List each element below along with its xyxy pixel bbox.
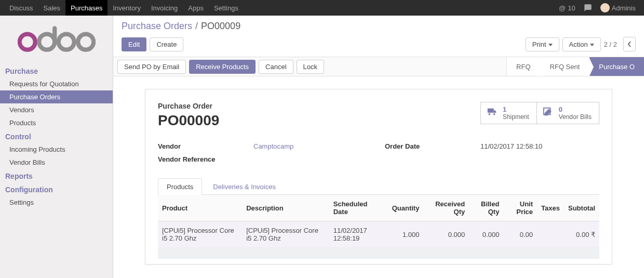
sidebar-section-reports: Reports (0, 169, 113, 182)
table-footer-spacer (158, 248, 599, 259)
top-navbar: DiscussSalesPurchasesInventoryInvoicingA… (0, 0, 644, 16)
send-po-by-email-button[interactable]: Send PO by Email (117, 60, 186, 74)
order-lines-table: ProductDescriptionScheduled DateQuantity… (158, 195, 599, 259)
sidebar-item-requests-for-quotation[interactable]: Requests for Quotation (0, 77, 113, 90)
cell-scheduled-date: 11/02/2017 12:58:19 (329, 221, 388, 248)
sidebar-item-incoming-products[interactable]: Incoming Products (0, 143, 113, 156)
sidebar-item-settings[interactable]: Settings (0, 196, 113, 209)
order-date-label: Order Date (385, 142, 468, 150)
nav-item-purchases[interactable]: Purchases (65, 0, 108, 16)
cell-received-qty: 0.000 (423, 221, 469, 248)
cell-quantity: 1.000 (388, 221, 424, 248)
edit-button[interactable]: Edit (122, 37, 146, 51)
col-header-taxes: Taxes (537, 195, 564, 221)
vendor-ref-label: Vendor Reference (158, 155, 241, 163)
messaging-indicator[interactable]: @ 10 (555, 4, 580, 12)
stat-label: Vendor Bills (559, 113, 592, 121)
sidebar: PurchaseRequests for QuotationPurchase O… (0, 16, 113, 278)
stat-shipment[interactable]: 1Shipment (480, 102, 536, 124)
chevron-left-icon (627, 41, 632, 47)
stat-vendor-bills[interactable]: 0Vendor Bills (536, 102, 599, 124)
cell-subtotal: 0.00 ₹ (564, 221, 599, 248)
sidebar-section-configuration: Configuration (0, 182, 113, 196)
nav-item-settings[interactable]: Settings (209, 0, 244, 16)
col-header-description: Description (242, 195, 329, 221)
col-header-billed-qty: Billed Qty (469, 195, 503, 221)
table-row[interactable]: [CPUi5] Processor Core i5 2.70 Ghz[CPUi5… (158, 221, 599, 248)
truck-icon (486, 107, 498, 120)
receive-products-button[interactable]: Receive Products (189, 60, 256, 74)
sidebar-section-control: Control (0, 129, 113, 143)
nav-item-discuss[interactable]: Discuss (4, 0, 38, 16)
col-header-subtotal: Subtotal (564, 195, 599, 221)
mail-count: 10 (568, 4, 575, 12)
sidebar-item-products[interactable]: Products (0, 116, 113, 129)
toolbar: Edit Create Print Action 2 / 2 (113, 37, 644, 57)
breadcrumb-current: PO00009 (201, 21, 240, 32)
stat-label: Shipment (503, 113, 529, 121)
action-dropdown[interactable]: Action (562, 37, 601, 51)
sidebar-section-purchase: Purchase (0, 64, 113, 77)
chevron-down-icon (548, 44, 553, 46)
cell-unit-price: 0.00 (503, 221, 537, 248)
stage-rfq-sent[interactable]: RFQ Sent (540, 57, 589, 76)
cell-product: [CPUi5] Processor Core i5 2.70 Ghz (158, 221, 242, 248)
user-menu[interactable]: Adminis (596, 3, 640, 12)
create-button[interactable]: Create (150, 37, 183, 51)
col-header-quantity: Quantity (388, 195, 424, 221)
breadcrumb-separator: / (195, 21, 198, 32)
sidebar-item-vendor-bills[interactable]: Vendor Bills (0, 156, 113, 169)
svg-point-2 (58, 34, 74, 50)
stage-purchase-o[interactable]: Purchase O (589, 57, 644, 76)
order-date-value: 11/02/2017 12:58:10 (480, 142, 599, 150)
vendor-value[interactable]: Camptocamp (253, 142, 372, 150)
svg-point-5 (493, 113, 495, 115)
at-icon: @ (559, 4, 566, 12)
cell-taxes (537, 221, 564, 248)
chat-icon[interactable] (580, 4, 596, 12)
col-header-unit-price: Unit Price (503, 195, 537, 221)
stage-rfq[interactable]: RFQ (506, 57, 540, 76)
nav-item-sales[interactable]: Sales (38, 0, 66, 16)
form-sheet: Purchase Order PO00009 1Shipment0Vendor … (145, 89, 612, 264)
main-content: Purchase Orders / PO00009 Edit Create Pr… (113, 16, 644, 278)
svg-point-1 (39, 34, 55, 50)
tab-deliveries-invoices[interactable]: Deliveries & Invoices (204, 178, 285, 195)
print-dropdown[interactable]: Print (526, 37, 559, 51)
pencil-square-icon (542, 107, 554, 120)
breadcrumb-root[interactable]: Purchase Orders (122, 21, 192, 32)
pager-prev-button[interactable] (623, 37, 636, 51)
sidebar-item-purchase-orders[interactable]: Purchase Orders (0, 90, 113, 103)
cancel-button[interactable]: Cancel (259, 60, 293, 74)
record-title: PO00009 (158, 112, 219, 129)
svg-point-4 (489, 113, 491, 115)
stat-count: 1 (503, 105, 529, 113)
tab-products[interactable]: Products (158, 178, 202, 195)
avatar-icon (600, 3, 610, 12)
user-name: Adminis (612, 4, 636, 12)
chevron-down-icon (590, 44, 594, 46)
statusbar: Send PO by EmailReceive ProductsCancelLo… (113, 57, 644, 76)
sidebar-item-vendors[interactable]: Vendors (0, 103, 113, 116)
col-header-scheduled-date: Scheduled Date (329, 195, 388, 221)
nav-item-invoicing[interactable]: Invoicing (146, 0, 183, 16)
lock-button[interactable]: Lock (297, 60, 324, 74)
cell-billed-qty: 0.000 (469, 221, 503, 248)
col-header-received-qty: Received Qty (423, 195, 469, 221)
odoo-logo (0, 21, 113, 64)
vendor-label: Vendor (158, 142, 241, 150)
cell-description: [CPUi5] Processor Core i5 2.70 Ghz (242, 221, 329, 248)
svg-point-3 (78, 34, 93, 50)
nav-item-apps[interactable]: Apps (183, 0, 209, 16)
stat-count: 0 (559, 105, 592, 113)
col-header-product: Product (158, 195, 242, 221)
svg-point-0 (19, 34, 35, 50)
nav-item-inventory[interactable]: Inventory (108, 0, 145, 16)
pager-text: 2 / 2 (604, 41, 617, 48)
record-subtitle: Purchase Order (158, 102, 219, 110)
breadcrumb: Purchase Orders / PO00009 (113, 16, 644, 37)
